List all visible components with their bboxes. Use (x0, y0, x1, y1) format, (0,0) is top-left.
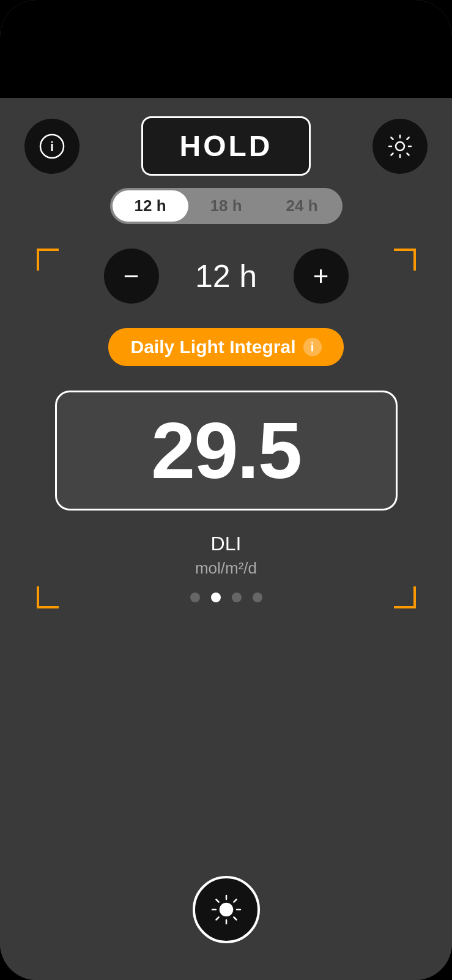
time-tab-18h[interactable]: 18 h (188, 190, 264, 222)
increment-button[interactable]: + (294, 249, 349, 304)
dot-4[interactable] (253, 593, 262, 602)
svg-line-10 (216, 917, 218, 919)
svg-point-2 (396, 142, 404, 151)
svg-line-9 (234, 917, 236, 919)
hold-button[interactable]: HOLD (141, 116, 311, 176)
plus-icon: + (313, 263, 329, 290)
sun-button[interactable] (193, 876, 260, 943)
info-icon: i (39, 133, 65, 160)
dot-1[interactable] (190, 593, 200, 602)
settings-icon (387, 133, 413, 160)
page-dots (37, 593, 416, 602)
corner-bottom-right (394, 586, 416, 608)
sun-icon (210, 893, 243, 926)
header-row: i HOLD (24, 116, 428, 176)
settings-button[interactable] (372, 119, 428, 174)
corners-wrapper: − 12 h + Daily Light Integral i (37, 249, 416, 608)
phone-container: i HOLD 12 h 18 h 24 h (0, 0, 452, 980)
bottom-area (0, 608, 452, 980)
hour-control: − 12 h + (37, 249, 416, 304)
dli-value-number: 29.5 (151, 411, 301, 490)
minus-icon: − (124, 263, 139, 290)
info-button[interactable]: i (24, 119, 80, 174)
dli-label: DLI (37, 533, 416, 555)
dli-info-icon: i (303, 338, 322, 356)
dot-3[interactable] (232, 593, 242, 602)
time-tab-24h[interactable]: 24 h (264, 190, 340, 222)
dli-unit: mol/m²/d (37, 559, 416, 578)
svg-text:i: i (50, 139, 54, 154)
corner-bottom-left (37, 586, 59, 608)
svg-line-8 (216, 900, 218, 902)
svg-line-11 (234, 900, 236, 902)
status-bar (0, 0, 452, 98)
dot-2[interactable] (211, 593, 221, 602)
time-selector: 12 h 18 h 24 h (110, 188, 343, 224)
decrement-button[interactable]: − (104, 249, 159, 304)
main-content: i HOLD 12 h 18 h 24 h (0, 98, 452, 608)
corner-top-left (37, 249, 59, 271)
svg-point-3 (220, 903, 232, 916)
hour-value: 12 h (183, 258, 269, 294)
dli-value-box: 29.5 (55, 391, 398, 511)
hold-button-text: HOLD (180, 130, 273, 162)
time-tab-12h[interactable]: 12 h (113, 190, 188, 222)
corner-top-right (394, 249, 416, 271)
dli-badge-text: Daily Light Integral (130, 337, 295, 357)
dli-badge[interactable]: Daily Light Integral i (108, 328, 343, 366)
